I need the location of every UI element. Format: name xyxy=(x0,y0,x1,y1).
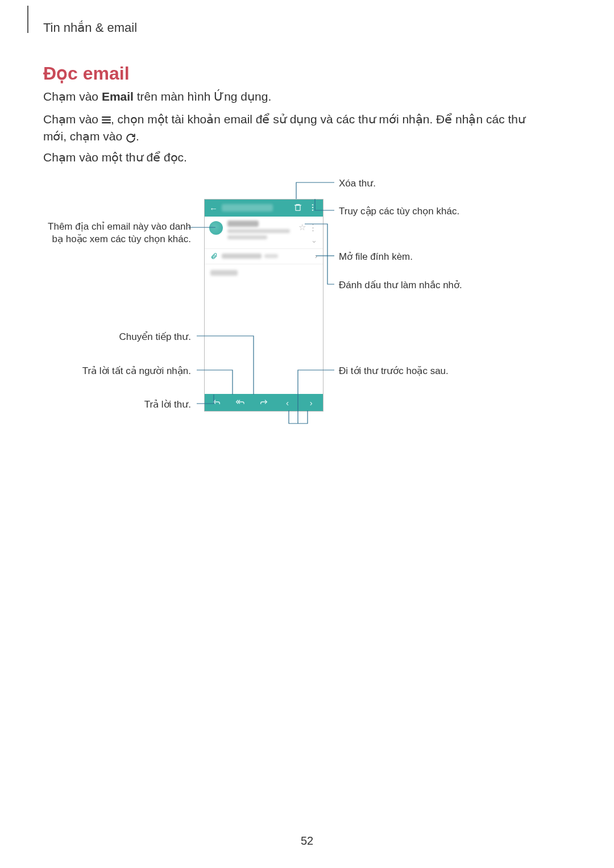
prev-mail-icon[interactable]: ‹ xyxy=(282,398,293,408)
paragraph-1: Chạm vào Email trên màn hình Ứng dụng. xyxy=(43,88,544,105)
p2-seg3: . xyxy=(136,130,139,143)
sender-row: ☆ ⋮ ⌄ xyxy=(205,217,323,249)
paragraph-3: Chạm vào một thư để đọc. xyxy=(43,149,544,166)
paragraph-2: Chạm vào , chọn một tài khoản email để s… xyxy=(43,111,544,147)
paperclip-icon xyxy=(210,252,218,261)
callout-forward: Chuyển tiếp thư. xyxy=(43,331,191,343)
p1-bold: Email xyxy=(102,90,134,103)
star-icon[interactable]: ☆ xyxy=(298,222,306,232)
attachment-chevron-icon[interactable]: › xyxy=(315,252,317,260)
callout-add-contact: Thêm địa chỉ email này vào danh bạ hoặc … xyxy=(43,221,191,246)
sender-name-blur xyxy=(227,221,259,227)
attachment-row[interactable]: › xyxy=(205,249,323,264)
delete-icon[interactable] xyxy=(293,203,302,214)
callout-more-options: Truy cập các tùy chọn khác. xyxy=(339,205,459,217)
callout-prev-next: Đi tới thư trước hoặc sau. xyxy=(339,365,449,377)
header-rule xyxy=(27,6,28,33)
topbar-title-blur xyxy=(222,204,273,211)
callout-reply: Trả lời thư. xyxy=(43,398,191,410)
back-icon[interactable]: ← xyxy=(209,203,218,213)
page-number: 52 xyxy=(0,834,614,848)
svg-rect-0 xyxy=(296,205,300,210)
attachment-size-blur xyxy=(264,254,278,258)
hamburger-menu-icon xyxy=(102,117,111,124)
svg-point-3 xyxy=(312,209,313,210)
refresh-icon xyxy=(126,129,136,146)
next-mail-icon[interactable]: › xyxy=(305,398,317,408)
mail-body xyxy=(205,264,323,393)
p2-seg2: , chọn một tài khoản email để sử dụng và… xyxy=(43,113,525,143)
body-text-blur xyxy=(210,270,238,276)
bottom-bar: ‹ › xyxy=(205,394,323,411)
p1-pre: Chạm vào xyxy=(43,90,102,103)
callout-reply-all: Trả lời tất cả người nhận. xyxy=(43,365,191,377)
svg-point-1 xyxy=(312,204,313,205)
callout-flag-reminder: Đánh dấu thư làm nhắc nhở. xyxy=(339,279,462,291)
avatar-icon[interactable] xyxy=(209,221,223,235)
callout-open-attachment: Mở file đính kèm. xyxy=(339,251,413,263)
callout-delete: Xóa thư. xyxy=(339,177,376,189)
svg-point-2 xyxy=(312,207,313,208)
phone-frame: ← ☆ ⋮ ⌄ › xyxy=(204,199,323,412)
page-title: Đọc email xyxy=(43,63,130,84)
app-topbar: ← xyxy=(205,200,323,217)
more-icon[interactable] xyxy=(308,203,317,214)
reply-icon[interactable] xyxy=(211,397,222,408)
p2-seg1: Chạm vào xyxy=(43,113,102,126)
breadcrumb: Tin nhắn & email xyxy=(43,20,137,35)
reply-all-icon[interactable] xyxy=(234,397,246,408)
item-more-icon[interactable]: ⋮ xyxy=(309,222,317,232)
p1-post: trên màn hình Ứng dụng. xyxy=(134,90,271,103)
diagram: ← ☆ ⋮ ⌄ › xyxy=(43,171,544,426)
expand-chevron-icon[interactable]: ⌄ xyxy=(311,236,317,244)
sender-address-blur xyxy=(227,229,290,233)
sender-date-blur xyxy=(227,235,267,239)
attachment-name-blur xyxy=(222,254,262,259)
forward-icon[interactable] xyxy=(258,397,269,408)
